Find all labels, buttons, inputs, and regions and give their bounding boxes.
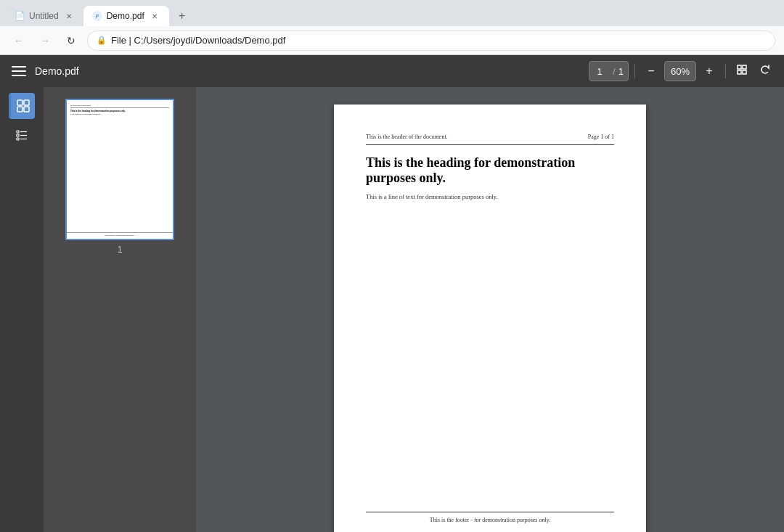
page-indicator: / 1 <box>589 61 629 81</box>
forward-icon: → <box>40 35 50 46</box>
rotate-icon <box>759 64 771 78</box>
reload-button[interactable]: ↻ <box>61 30 81 51</box>
pdf-viewer: Demo.pdf / 1 − 60% + <box>0 55 784 532</box>
pdf-page: This is the header of the document. Page… <box>334 105 646 532</box>
svg-rect-3 <box>743 65 746 69</box>
new-tab-button[interactable]: + <box>172 6 192 26</box>
fit-page-button[interactable] <box>732 61 752 81</box>
tab-demo-favicon: P <box>92 11 102 21</box>
toolbar-controls: / 1 − 60% + <box>589 61 775 81</box>
pdf-title: Demo.pdf <box>35 65 583 77</box>
sidebar-outline-icon[interactable] <box>9 122 35 148</box>
tab-untitled[interactable]: 📄 Untitled ✕ <box>6 6 83 26</box>
pdf-main: This is the header of the document. This… <box>0 87 784 532</box>
svg-rect-5 <box>743 70 746 74</box>
svg-rect-2 <box>738 65 741 69</box>
thumbnail-label-1: 1 <box>118 245 123 255</box>
pdf-header-text: This is the header of the document. <box>366 134 448 140</box>
page-total: 1 <box>618 66 628 77</box>
svg-rect-12 <box>17 134 19 136</box>
tab-untitled-favicon: 📄 <box>15 11 25 21</box>
sidebar-thumbnail-icon[interactable] <box>9 93 35 119</box>
back-button[interactable]: ← <box>9 30 29 51</box>
pdf-page-header: This is the header of the document. Page… <box>366 134 614 145</box>
page-separator: / <box>610 66 618 77</box>
zoom-out-icon: − <box>648 65 654 78</box>
tab-untitled-close[interactable]: ✕ <box>63 10 75 22</box>
zoom-display[interactable]: 60% <box>664 61 696 81</box>
tab-demo-title: Demo.pdf <box>107 11 144 21</box>
hamburger-line-2 <box>12 70 26 72</box>
pdf-heading: This is the heading for demonstration pu… <box>366 155 614 186</box>
toolbar-separator-1 <box>634 64 635 78</box>
url-text: File | C:/Users/joydi/Downloads/Demo.pdf <box>111 35 285 46</box>
fit-page-icon <box>736 64 748 78</box>
toolbar-separator-2 <box>725 64 726 78</box>
zoom-value: 60% <box>671 66 690 77</box>
pdf-sidebar <box>0 87 44 532</box>
zoom-in-button[interactable]: + <box>699 61 719 81</box>
pdf-body-text: This is a line of text for demonstration… <box>366 193 614 202</box>
rotate-button[interactable] <box>755 61 775 81</box>
tab-bar: 📄 Untitled ✕ P Demo.pdf ✕ + <box>0 0 784 26</box>
thumbnail-image-1: This is the header of the document. This… <box>65 99 174 240</box>
hamburger-line-3 <box>12 75 26 76</box>
thumbnail-item-1[interactable]: This is the header of the document. This… <box>49 99 190 255</box>
address-bar: ← → ↻ 🔒 File | C:/Users/joydi/Downloads/… <box>0 26 784 55</box>
pdf-footer: This is the footer - for demonstration p… <box>366 512 614 523</box>
lock-icon: 🔒 <box>97 36 107 45</box>
browser-chrome: 📄 Untitled ✕ P Demo.pdf ✕ + ← → ↻ <box>0 0 784 55</box>
reload-icon: ↻ <box>67 35 75 46</box>
pdf-page-number: Page 1 of 1 <box>588 134 614 140</box>
zoom-out-button[interactable]: − <box>641 61 661 81</box>
page-input[interactable] <box>589 66 610 77</box>
thumbnail-panel: This is the header of the document. This… <box>44 87 196 532</box>
svg-rect-6 <box>17 100 23 105</box>
pdf-toolbar: Demo.pdf / 1 − 60% + <box>0 55 784 87</box>
back-icon: ← <box>14 35 24 46</box>
tab-demo-close[interactable]: ✕ <box>149 10 160 22</box>
zoom-in-icon: + <box>706 65 712 78</box>
tab-untitled-title: Untitled <box>29 11 59 21</box>
hamburger-line-1 <box>12 66 26 67</box>
svg-rect-10 <box>17 131 19 133</box>
forward-button[interactable]: → <box>35 30 55 51</box>
svg-rect-7 <box>24 100 29 105</box>
hamburger-menu[interactable] <box>9 61 29 81</box>
tab-demo[interactable]: P Demo.pdf ✕ <box>83 6 169 26</box>
pdf-page-area[interactable]: This is the header of the document. Page… <box>196 87 784 532</box>
svg-rect-14 <box>17 138 19 140</box>
svg-rect-9 <box>24 107 29 112</box>
svg-rect-4 <box>738 70 741 74</box>
url-bar[interactable]: 🔒 File | C:/Users/joydi/Downloads/Demo.p… <box>87 30 775 51</box>
svg-rect-8 <box>17 107 23 112</box>
svg-text:P: P <box>95 14 99 19</box>
